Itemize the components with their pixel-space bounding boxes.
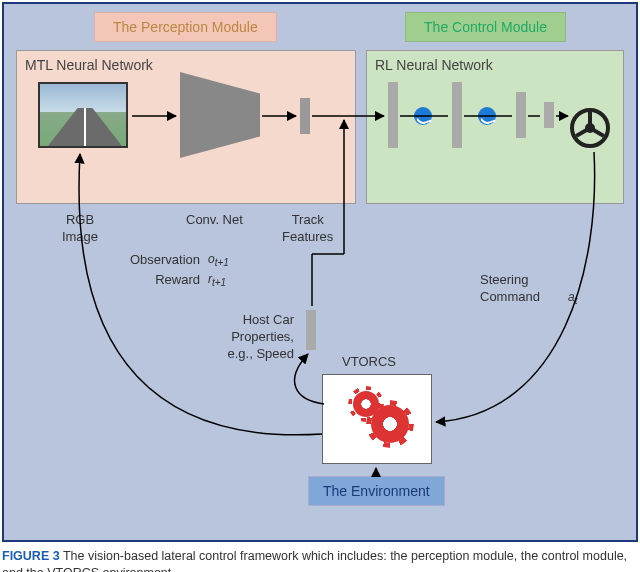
observation-label: Observation [110,252,200,269]
activation-icon-2 [478,107,496,125]
rgb-image-label: RGB Image [50,212,110,246]
host-car-properties-bar [306,310,316,350]
reward-symbol: rt+1 [208,272,226,289]
figure-caption-text: The vision-based lateral control framewo… [2,549,627,572]
figure-number: FIGURE 3 [2,549,60,563]
host-car-label: Host Car Properties, e.g., Speed [204,312,294,363]
vtorcs-box [322,374,432,464]
rl-layer-2 [452,82,462,148]
track-features-label: Track Features [282,212,333,246]
observation-symbol: ot+1 [208,252,229,269]
action-symbol: at [568,290,577,307]
perception-module-label: The Perception Module [94,12,277,42]
rl-title: RL Neural Network [375,57,493,73]
track-features-bar [300,98,310,134]
vtorcs-label: VTORCS [342,354,396,371]
rgb-image-icon [38,82,128,148]
observation-text: Observation [130,252,200,267]
diagram-canvas: The Perception Module The Control Module… [2,2,638,542]
gear-icon-big [371,405,409,443]
environment-label: The Environment [308,476,445,506]
reward-label: Reward [110,272,200,289]
steering-command-label: Steering Command [480,272,540,306]
mtl-title: MTL Neural Network [25,57,153,73]
rl-layer-3 [516,92,526,138]
activation-icon-1 [414,107,432,125]
figure-caption: FIGURE 3 The vision-based lateral contro… [2,548,638,572]
convnet-label: Conv. Net [186,212,243,229]
steering-wheel-icon [570,108,610,148]
reward-text: Reward [155,272,200,287]
control-module-label: The Control Module [405,12,566,42]
rl-layer-4 [544,102,554,128]
rl-layer-1 [388,82,398,148]
